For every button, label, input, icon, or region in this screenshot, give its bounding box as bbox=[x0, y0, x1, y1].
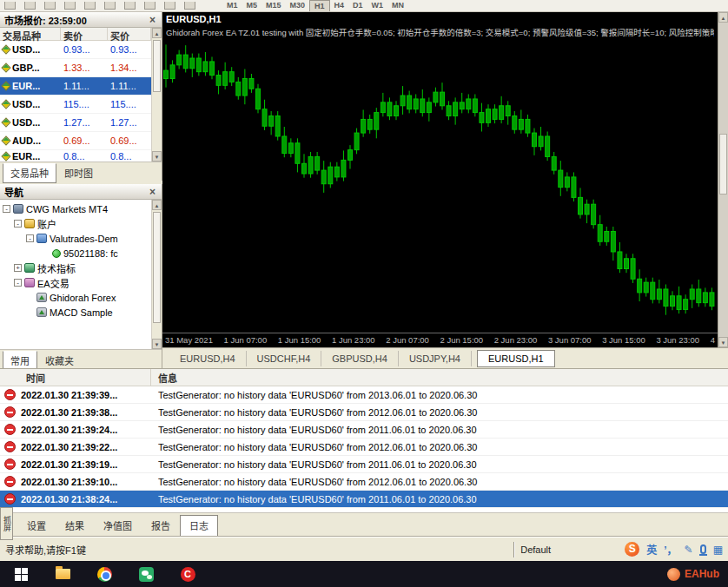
profile-selector[interactable]: Default bbox=[520, 544, 616, 555]
journal-message: TestGenerator: no history data 'EURUSD60… bbox=[151, 442, 477, 452]
market-watch-row-selected[interactable]: EUR... 1.11... 1.11... bbox=[0, 77, 151, 96]
toolbar-channel-icon[interactable] bbox=[104, 2, 116, 10]
tab-results[interactable]: 结果 bbox=[56, 515, 94, 537]
scrollbar-thumb[interactable] bbox=[719, 134, 727, 195]
chart-area[interactable]: EURUSD,H1 Ghidorah Forex EA TZ.01 testin… bbox=[162, 12, 718, 347]
scrollbar-thumb[interactable] bbox=[153, 212, 161, 323]
market-watch-row[interactable]: USD... 1.27... 1.27... bbox=[0, 114, 151, 132]
journal-row[interactable]: 2022.01.30 21:39:19... TestGenerator: no… bbox=[0, 456, 728, 473]
tab-symbols[interactable]: 交易品种 bbox=[3, 163, 56, 183]
chart-tab-eurusd-h1[interactable]: EURUSD,H1 bbox=[477, 350, 555, 367]
tree-item-experts[interactable]: - EA交易 bbox=[0, 275, 151, 290]
eahub-label[interactable]: EAHub bbox=[685, 568, 719, 580]
toolbar-hline-icon[interactable] bbox=[64, 2, 76, 10]
taskbar-wechat-button[interactable] bbox=[125, 561, 167, 587]
tree-item-ea-ghidorah[interactable]: Ghidorah Forex bbox=[0, 290, 151, 305]
scroll-down-icon[interactable]: ▼ bbox=[152, 151, 162, 162]
tab-graph[interactable]: 净值图 bbox=[94, 515, 142, 537]
keyboard-icon[interactable]: ▦ bbox=[713, 544, 723, 556]
market-watch-row[interactable]: USD... 0.93... 0.93... bbox=[0, 41, 151, 59]
toolbar-text-icon[interactable] bbox=[144, 2, 156, 10]
scroll-up-icon[interactable]: ▲ bbox=[718, 12, 728, 23]
expand-toggle-icon[interactable]: + bbox=[14, 264, 22, 272]
toolbar-fibo-icon[interactable] bbox=[124, 2, 136, 10]
timeframe-d1-button[interactable]: D1 bbox=[348, 0, 367, 11]
toolbar-vline-icon[interactable] bbox=[44, 2, 56, 10]
start-button[interactable] bbox=[0, 561, 42, 587]
toolbar-trendline-icon[interactable] bbox=[84, 2, 96, 10]
scrollbar-thumb[interactable] bbox=[153, 40, 161, 92]
close-icon[interactable]: × bbox=[148, 188, 157, 196]
ime-pen-icon[interactable]: ✎ bbox=[685, 544, 693, 556]
tree-item-ea-macd[interactable]: MACD Sample bbox=[0, 305, 151, 320]
toolbar-shapes-icon[interactable] bbox=[184, 2, 195, 10]
chart-tab-eurusd-h4[interactable]: EURUSD,H4 bbox=[169, 351, 247, 366]
expand-toggle-icon[interactable]: - bbox=[3, 205, 10, 213]
tree-item-indicators[interactable]: + 技术指标 bbox=[0, 261, 151, 275]
close-icon[interactable]: × bbox=[148, 16, 157, 24]
candlestick-chart[interactable] bbox=[163, 21, 716, 326]
expand-toggle-icon[interactable]: - bbox=[14, 279, 22, 287]
timeframe-m15-button[interactable]: M15 bbox=[261, 0, 286, 11]
error-icon bbox=[4, 389, 16, 400]
journal-message: TestGenerator: no history data 'EURUSD60… bbox=[151, 494, 477, 505]
navigator-scrollbar[interactable]: ▲ ▼ bbox=[151, 200, 162, 349]
timeframe-h4-button[interactable]: H4 bbox=[330, 0, 349, 11]
toolbar-cursor-icon[interactable] bbox=[4, 2, 16, 10]
scroll-up-icon[interactable]: ▲ bbox=[152, 28, 162, 38]
navigator-titlebar[interactable]: 导航 × bbox=[0, 184, 162, 200]
microphone-icon[interactable] bbox=[700, 544, 706, 554]
chart-tab-usdjpy-h4[interactable]: USDJPY,H4 bbox=[399, 351, 472, 366]
ime-language-toggle[interactable]: 英 bbox=[646, 542, 657, 557]
expand-toggle-icon[interactable]: - bbox=[26, 234, 34, 242]
toolbar-crosshair-icon[interactable] bbox=[24, 2, 36, 10]
scroll-down-icon[interactable]: ▼ bbox=[718, 337, 728, 347]
side-vertical-tab[interactable]: 抓屏 bbox=[0, 507, 13, 540]
market-watch-scrollbar[interactable]: ▲ ▼ bbox=[151, 28, 162, 162]
taskbar-explorer-button[interactable] bbox=[42, 561, 83, 587]
ime-punctuation-toggle[interactable]: ’， bbox=[664, 542, 677, 557]
journal-row[interactable]: 2022.01.30 21:39:39... TestGenerator: no… bbox=[0, 386, 728, 404]
tab-journal[interactable]: 日志 bbox=[180, 515, 218, 537]
sogou-ime-icon[interactable]: S bbox=[625, 542, 639, 557]
tree-item-broker[interactable]: - CWG Markets MT4 bbox=[0, 201, 151, 216]
tree-item-account-group[interactable]: - Valutrades-Dem bbox=[0, 231, 151, 246]
journal-row-selected[interactable]: 2022.01.30 21:38:24... TestGenerator: no… bbox=[0, 491, 728, 508]
expand-toggle-icon[interactable]: - bbox=[14, 220, 22, 228]
chart-tab-usdchf-h4[interactable]: USDCHF,H4 bbox=[247, 351, 322, 366]
c-app-icon: C bbox=[181, 567, 195, 582]
accounts-icon bbox=[24, 219, 35, 228]
journal-row[interactable]: 2022.01.30 21:39:10... TestGenerator: no… bbox=[0, 473, 728, 491]
taskbar-c-app-button[interactable]: C bbox=[167, 561, 208, 587]
toolbar-arrows-icon[interactable] bbox=[164, 2, 175, 10]
journal-row[interactable]: 2022.01.30 21:39:22... TestGenerator: no… bbox=[0, 439, 728, 456]
timeframe-m30-button[interactable]: M30 bbox=[286, 0, 310, 11]
taskbar-chrome-button[interactable] bbox=[83, 561, 125, 587]
journal-row[interactable]: 2022.01.30 21:39:24... TestGenerator: no… bbox=[0, 421, 728, 439]
scroll-up-icon[interactable]: ▲ bbox=[152, 200, 162, 210]
x-tick-label: 4 bbox=[711, 335, 715, 346]
market-watch-row[interactable]: USD... 115.... 115.... bbox=[0, 96, 151, 114]
eahub-icon[interactable] bbox=[667, 568, 680, 581]
navigator-tree: - CWG Markets MT4 - 账户 - Valutrades-Dem bbox=[0, 200, 151, 349]
tree-item-account[interactable]: 95021188: fc bbox=[0, 246, 151, 261]
market-watch-titlebar[interactable]: 市场报价: 23:59:00 × bbox=[0, 12, 162, 28]
tree-item-accounts[interactable]: - 账户 bbox=[0, 216, 151, 231]
market-watch-row[interactable]: EUR... 0.8... 0.8... bbox=[0, 150, 151, 162]
tab-tick-chart[interactable]: 即时图 bbox=[56, 163, 101, 183]
timeframe-m5-button[interactable]: M5 bbox=[242, 0, 262, 11]
timeframe-m1-button[interactable]: M1 bbox=[222, 0, 242, 11]
timeframe-w1-button[interactable]: W1 bbox=[367, 0, 388, 11]
chart-tab-gbpusd-h4[interactable]: GBPUSD,H4 bbox=[321, 351, 399, 366]
journal-row[interactable]: 2022.01.30 21:39:38... TestGenerator: no… bbox=[0, 404, 728, 421]
scroll-down-icon[interactable]: ▼ bbox=[152, 339, 162, 349]
error-icon bbox=[4, 493, 16, 505]
market-watch-row[interactable]: AUD... 0.69... 0.69... bbox=[0, 132, 151, 150]
tab-report[interactable]: 报告 bbox=[142, 515, 180, 537]
market-watch-row[interactable]: GBP... 1.33... 1.34... bbox=[0, 59, 151, 77]
tab-settings[interactable]: 设置 bbox=[17, 515, 56, 537]
chart-scrollbar[interactable]: ▲ ▼ bbox=[718, 12, 728, 347]
timeframe-h1-button[interactable]: H1 bbox=[309, 0, 330, 11]
taskbar-tray: EAHub bbox=[667, 568, 728, 581]
timeframe-mn-button[interactable]: MN bbox=[387, 0, 408, 11]
